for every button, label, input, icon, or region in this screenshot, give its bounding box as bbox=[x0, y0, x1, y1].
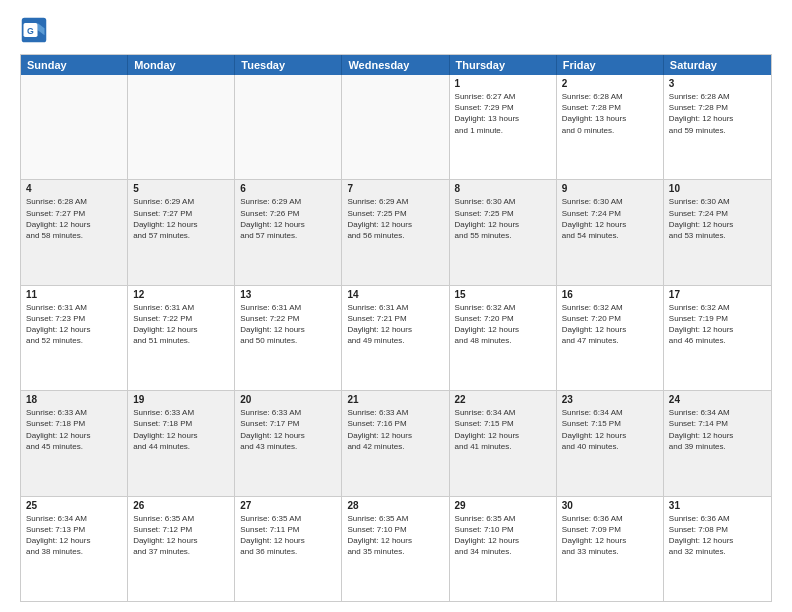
calendar-cell bbox=[342, 75, 449, 179]
day-number: 14 bbox=[347, 289, 443, 300]
page: G SundayMondayTuesdayWednesdayThursdayFr… bbox=[0, 0, 792, 612]
day-info: Sunrise: 6:32 AM Sunset: 7:20 PM Dayligh… bbox=[562, 302, 658, 347]
calendar-week: 1Sunrise: 6:27 AM Sunset: 7:29 PM Daylig… bbox=[21, 75, 771, 180]
day-info: Sunrise: 6:31 AM Sunset: 7:22 PM Dayligh… bbox=[133, 302, 229, 347]
calendar-cell: 22Sunrise: 6:34 AM Sunset: 7:15 PM Dayli… bbox=[450, 391, 557, 495]
day-info: Sunrise: 6:35 AM Sunset: 7:10 PM Dayligh… bbox=[455, 513, 551, 558]
calendar-header: SundayMondayTuesdayWednesdayThursdayFrid… bbox=[21, 55, 771, 75]
calendar-cell: 8Sunrise: 6:30 AM Sunset: 7:25 PM Daylig… bbox=[450, 180, 557, 284]
calendar-header-cell: Friday bbox=[557, 55, 664, 75]
day-number: 30 bbox=[562, 500, 658, 511]
day-number: 15 bbox=[455, 289, 551, 300]
day-info: Sunrise: 6:35 AM Sunset: 7:10 PM Dayligh… bbox=[347, 513, 443, 558]
day-info: Sunrise: 6:32 AM Sunset: 7:19 PM Dayligh… bbox=[669, 302, 766, 347]
day-info: Sunrise: 6:35 AM Sunset: 7:11 PM Dayligh… bbox=[240, 513, 336, 558]
calendar-cell: 30Sunrise: 6:36 AM Sunset: 7:09 PM Dayli… bbox=[557, 497, 664, 601]
day-info: Sunrise: 6:33 AM Sunset: 7:18 PM Dayligh… bbox=[133, 407, 229, 452]
day-info: Sunrise: 6:31 AM Sunset: 7:21 PM Dayligh… bbox=[347, 302, 443, 347]
calendar-cell: 20Sunrise: 6:33 AM Sunset: 7:17 PM Dayli… bbox=[235, 391, 342, 495]
calendar-header-cell: Saturday bbox=[664, 55, 771, 75]
calendar-cell: 13Sunrise: 6:31 AM Sunset: 7:22 PM Dayli… bbox=[235, 286, 342, 390]
day-number: 27 bbox=[240, 500, 336, 511]
day-number: 24 bbox=[669, 394, 766, 405]
calendar-cell: 12Sunrise: 6:31 AM Sunset: 7:22 PM Dayli… bbox=[128, 286, 235, 390]
day-number: 12 bbox=[133, 289, 229, 300]
calendar: SundayMondayTuesdayWednesdayThursdayFrid… bbox=[20, 54, 772, 602]
calendar-cell: 11Sunrise: 6:31 AM Sunset: 7:23 PM Dayli… bbox=[21, 286, 128, 390]
calendar-cell: 23Sunrise: 6:34 AM Sunset: 7:15 PM Dayli… bbox=[557, 391, 664, 495]
day-info: Sunrise: 6:29 AM Sunset: 7:25 PM Dayligh… bbox=[347, 196, 443, 241]
calendar-header-cell: Wednesday bbox=[342, 55, 449, 75]
logo-icon: G bbox=[20, 16, 48, 44]
calendar-cell: 26Sunrise: 6:35 AM Sunset: 7:12 PM Dayli… bbox=[128, 497, 235, 601]
day-number: 20 bbox=[240, 394, 336, 405]
day-info: Sunrise: 6:32 AM Sunset: 7:20 PM Dayligh… bbox=[455, 302, 551, 347]
day-number: 22 bbox=[455, 394, 551, 405]
svg-text:G: G bbox=[27, 26, 34, 36]
calendar-cell: 19Sunrise: 6:33 AM Sunset: 7:18 PM Dayli… bbox=[128, 391, 235, 495]
day-info: Sunrise: 6:31 AM Sunset: 7:22 PM Dayligh… bbox=[240, 302, 336, 347]
day-info: Sunrise: 6:30 AM Sunset: 7:25 PM Dayligh… bbox=[455, 196, 551, 241]
day-info: Sunrise: 6:31 AM Sunset: 7:23 PM Dayligh… bbox=[26, 302, 122, 347]
calendar-week: 25Sunrise: 6:34 AM Sunset: 7:13 PM Dayli… bbox=[21, 497, 771, 601]
day-number: 11 bbox=[26, 289, 122, 300]
day-number: 21 bbox=[347, 394, 443, 405]
day-number: 10 bbox=[669, 183, 766, 194]
day-info: Sunrise: 6:28 AM Sunset: 7:27 PM Dayligh… bbox=[26, 196, 122, 241]
calendar-week: 18Sunrise: 6:33 AM Sunset: 7:18 PM Dayli… bbox=[21, 391, 771, 496]
calendar-cell: 29Sunrise: 6:35 AM Sunset: 7:10 PM Dayli… bbox=[450, 497, 557, 601]
calendar-cell: 18Sunrise: 6:33 AM Sunset: 7:18 PM Dayli… bbox=[21, 391, 128, 495]
calendar-cell: 3Sunrise: 6:28 AM Sunset: 7:28 PM Daylig… bbox=[664, 75, 771, 179]
calendar-cell: 15Sunrise: 6:32 AM Sunset: 7:20 PM Dayli… bbox=[450, 286, 557, 390]
calendar-cell: 6Sunrise: 6:29 AM Sunset: 7:26 PM Daylig… bbox=[235, 180, 342, 284]
day-number: 26 bbox=[133, 500, 229, 511]
day-number: 13 bbox=[240, 289, 336, 300]
calendar-cell: 9Sunrise: 6:30 AM Sunset: 7:24 PM Daylig… bbox=[557, 180, 664, 284]
day-number: 1 bbox=[455, 78, 551, 89]
calendar-header-cell: Monday bbox=[128, 55, 235, 75]
day-info: Sunrise: 6:28 AM Sunset: 7:28 PM Dayligh… bbox=[562, 91, 658, 136]
calendar-cell: 7Sunrise: 6:29 AM Sunset: 7:25 PM Daylig… bbox=[342, 180, 449, 284]
day-number: 5 bbox=[133, 183, 229, 194]
calendar-header-cell: Thursday bbox=[450, 55, 557, 75]
day-number: 23 bbox=[562, 394, 658, 405]
day-number: 16 bbox=[562, 289, 658, 300]
day-info: Sunrise: 6:33 AM Sunset: 7:17 PM Dayligh… bbox=[240, 407, 336, 452]
day-info: Sunrise: 6:36 AM Sunset: 7:09 PM Dayligh… bbox=[562, 513, 658, 558]
calendar-cell: 21Sunrise: 6:33 AM Sunset: 7:16 PM Dayli… bbox=[342, 391, 449, 495]
calendar-week: 4Sunrise: 6:28 AM Sunset: 7:27 PM Daylig… bbox=[21, 180, 771, 285]
day-info: Sunrise: 6:29 AM Sunset: 7:26 PM Dayligh… bbox=[240, 196, 336, 241]
calendar-cell bbox=[21, 75, 128, 179]
day-number: 25 bbox=[26, 500, 122, 511]
calendar-cell: 25Sunrise: 6:34 AM Sunset: 7:13 PM Dayli… bbox=[21, 497, 128, 601]
calendar-cell: 14Sunrise: 6:31 AM Sunset: 7:21 PM Dayli… bbox=[342, 286, 449, 390]
calendar-body: 1Sunrise: 6:27 AM Sunset: 7:29 PM Daylig… bbox=[21, 75, 771, 601]
calendar-cell: 1Sunrise: 6:27 AM Sunset: 7:29 PM Daylig… bbox=[450, 75, 557, 179]
day-info: Sunrise: 6:33 AM Sunset: 7:18 PM Dayligh… bbox=[26, 407, 122, 452]
day-number: 29 bbox=[455, 500, 551, 511]
calendar-week: 11Sunrise: 6:31 AM Sunset: 7:23 PM Dayli… bbox=[21, 286, 771, 391]
day-number: 8 bbox=[455, 183, 551, 194]
calendar-cell: 31Sunrise: 6:36 AM Sunset: 7:08 PM Dayli… bbox=[664, 497, 771, 601]
day-info: Sunrise: 6:36 AM Sunset: 7:08 PM Dayligh… bbox=[669, 513, 766, 558]
day-info: Sunrise: 6:34 AM Sunset: 7:15 PM Dayligh… bbox=[562, 407, 658, 452]
calendar-cell: 27Sunrise: 6:35 AM Sunset: 7:11 PM Dayli… bbox=[235, 497, 342, 601]
calendar-cell bbox=[128, 75, 235, 179]
day-number: 9 bbox=[562, 183, 658, 194]
day-info: Sunrise: 6:34 AM Sunset: 7:13 PM Dayligh… bbox=[26, 513, 122, 558]
day-number: 17 bbox=[669, 289, 766, 300]
logo: G bbox=[20, 16, 52, 44]
calendar-cell: 4Sunrise: 6:28 AM Sunset: 7:27 PM Daylig… bbox=[21, 180, 128, 284]
calendar-header-cell: Tuesday bbox=[235, 55, 342, 75]
day-number: 3 bbox=[669, 78, 766, 89]
calendar-cell: 16Sunrise: 6:32 AM Sunset: 7:20 PM Dayli… bbox=[557, 286, 664, 390]
day-info: Sunrise: 6:33 AM Sunset: 7:16 PM Dayligh… bbox=[347, 407, 443, 452]
day-number: 2 bbox=[562, 78, 658, 89]
day-number: 18 bbox=[26, 394, 122, 405]
day-info: Sunrise: 6:35 AM Sunset: 7:12 PM Dayligh… bbox=[133, 513, 229, 558]
day-number: 19 bbox=[133, 394, 229, 405]
day-info: Sunrise: 6:30 AM Sunset: 7:24 PM Dayligh… bbox=[669, 196, 766, 241]
day-number: 4 bbox=[26, 183, 122, 194]
day-number: 28 bbox=[347, 500, 443, 511]
day-info: Sunrise: 6:27 AM Sunset: 7:29 PM Dayligh… bbox=[455, 91, 551, 136]
